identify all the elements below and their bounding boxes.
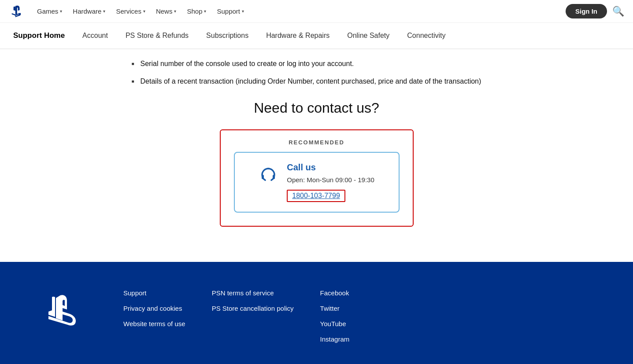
nav-games[interactable]: Games ▾ — [33, 6, 67, 17]
chevron-down-icon: ▾ — [174, 9, 176, 14]
contact-section: Need to contact us? RECOMMENDED — [132, 100, 502, 227]
support-nav-links: Account PS Store & Refunds Subscriptions… — [82, 32, 445, 40]
recommended-label: RECOMMENDED — [234, 139, 400, 146]
recommended-box: RECOMMENDED Call us Open: M — [220, 129, 414, 227]
call-hours: Open: Mon-Sun 09:00 - 19:30 — [287, 175, 374, 185]
support-nav-ps-store[interactable]: PS Store & Refunds — [126, 32, 189, 40]
nav-news[interactable]: News ▾ — [152, 6, 181, 17]
top-nav-links: Games ▾ Hardware ▾ Services ▾ News ▾ Sho… — [33, 6, 566, 17]
footer-link-psn-terms[interactable]: PSN terms of service — [212, 288, 294, 298]
playstation-logo[interactable] — [9, 4, 25, 19]
search-button[interactable]: 🔍 — [612, 6, 624, 17]
call-card-inner: Call us Open: Mon-Sun 09:00 - 19:30 1800… — [259, 162, 374, 202]
call-us-link[interactable]: Call us — [287, 162, 374, 173]
phone-number-link[interactable]: 1800-103-7799 — [287, 190, 345, 202]
support-nav-account[interactable]: Account — [82, 32, 108, 40]
nav-shop[interactable]: Shop ▾ — [182, 6, 211, 17]
bullet-list: Serial number of the console used to cre… — [132, 58, 502, 87]
top-navigation: Games ▾ Hardware ▾ Services ▾ News ▾ Sho… — [0, 0, 633, 23]
chevron-down-icon: ▾ — [103, 9, 105, 14]
footer-link-terms[interactable]: Website terms of use — [123, 319, 185, 328]
support-nav-connectivity[interactable]: Connectivity — [407, 32, 445, 40]
footer-link-facebook[interactable]: Facebook — [320, 288, 350, 298]
main-content: Serial number of the console used to cre… — [118, 49, 515, 262]
footer-link-ps-store-cancel[interactable]: PS Store cancellation policy — [212, 304, 294, 313]
sign-in-button[interactable]: Sign In — [566, 4, 607, 18]
footer-col-1: Support Privacy and cookies Website term… — [123, 288, 185, 344]
support-navigation: Support Home Account PS Store & Refunds … — [0, 23, 633, 49]
svg-rect-0 — [262, 175, 264, 179]
nav-hardware[interactable]: Hardware ▾ — [68, 6, 110, 17]
call-info: Call us Open: Mon-Sun 09:00 - 19:30 1800… — [287, 162, 374, 202]
chevron-down-icon: ▾ — [204, 9, 206, 14]
nav-support[interactable]: Support ▾ — [212, 6, 248, 17]
list-item: Serial number of the console used to cre… — [132, 58, 502, 70]
chevron-down-icon: ▾ — [242, 9, 244, 14]
footer-link-youtube[interactable]: YouTube — [320, 319, 350, 328]
phone-icon — [259, 165, 278, 188]
call-card: Call us Open: Mon-Sun 09:00 - 19:30 1800… — [234, 152, 400, 213]
support-nav-subscriptions[interactable]: Subscriptions — [206, 32, 248, 40]
support-home-link[interactable]: Support Home — [13, 31, 65, 40]
footer-link-instagram[interactable]: Instagram — [320, 335, 350, 344]
nav-services[interactable]: Services ▾ — [111, 6, 150, 17]
search-icon: 🔍 — [612, 6, 624, 17]
chevron-down-icon: ▾ — [60, 9, 62, 14]
nav-right-actions: Sign In 🔍 — [566, 4, 624, 18]
footer-link-privacy[interactable]: Privacy and cookies — [123, 304, 185, 313]
support-nav-hardware[interactable]: Hardware & Repairs — [266, 32, 329, 40]
footer-col-3: Facebook Twitter YouTube Instagram — [320, 288, 350, 344]
footer-link-twitter[interactable]: Twitter — [320, 304, 350, 313]
footer-link-support[interactable]: Support — [123, 288, 185, 298]
footer-col-2: PSN terms of service PS Store cancellati… — [212, 288, 294, 344]
support-nav-online-safety[interactable]: Online Safety — [347, 32, 389, 40]
footer-logo — [35, 284, 97, 330]
list-item: Details of a recent transaction (includi… — [132, 76, 502, 87]
footer: Support Privacy and cookies Website term… — [0, 262, 633, 364]
contact-heading: Need to contact us? — [132, 100, 502, 116]
footer-links: Support Privacy and cookies Website term… — [123, 284, 598, 344]
chevron-down-icon: ▾ — [143, 9, 145, 14]
